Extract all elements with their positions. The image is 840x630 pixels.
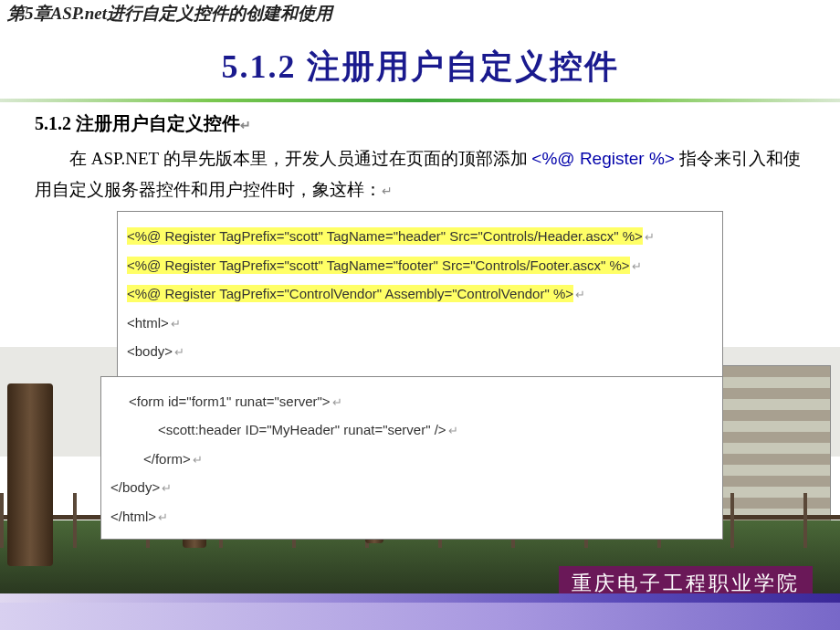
chapter-title: 第5章ASP.net进行自定义控件的创建和使用 (0, 0, 840, 28)
footer-gradient (0, 593, 840, 603)
footer-band (0, 603, 840, 630)
code-text: </form> (143, 451, 191, 467)
line-break-icon: ↵ (158, 510, 168, 524)
code-line: </form>↵ (110, 447, 713, 471)
highlighted-code: <%@ Register TagPrefix="scott" TagName="… (127, 227, 643, 245)
code-text: </body> (110, 479, 160, 495)
footer-bar (0, 593, 840, 630)
paragraph-mark-icon: ↵ (382, 184, 393, 198)
line-break-icon: ↵ (575, 288, 585, 301)
code-line: <%@ Register TagPrefix="scott" TagName="… (127, 225, 713, 248)
highlighted-code: <%@ Register TagPrefix="scott" TagName="… (127, 257, 630, 274)
highlighted-code: <%@ Register TagPrefix="ControlVendor" A… (127, 285, 573, 302)
line-break-icon: ↵ (193, 453, 203, 467)
paragraph-text-pre: 在 ASP.NET 的早先版本里，开发人员通过在页面的顶部添加 (69, 149, 531, 168)
line-break-icon: ↵ (174, 345, 184, 359)
code-block-bottom: <form id="form1" runat="server">↵ <scott… (100, 376, 723, 541)
code-line: </body>↵ (110, 476, 713, 499)
line-break-icon: ↵ (645, 230, 655, 244)
intro-paragraph: 在 ASP.NET 的早先版本里，开发人员通过在页面的顶部添加 <%@ Regi… (35, 143, 805, 205)
content-body: 5.1.2 注册用户自定义控件↵ 在 ASP.NET 的早先版本里，开发人员通过… (0, 111, 840, 540)
code-text: <html> (127, 315, 169, 331)
line-break-icon: ↵ (171, 317, 181, 331)
register-directive: <%@ Register %> (531, 149, 675, 168)
code-line: <%@ Register TagPrefix="scott" TagName="… (127, 254, 713, 278)
code-text: <body> (127, 343, 173, 359)
code-line: </html>↵ (110, 505, 713, 529)
subsection-title-text: 5.1.2 注册用户自定义控件 (35, 113, 240, 133)
code-line: <%@ Register TagPrefix="ControlVendor" A… (127, 282, 713, 306)
subsection-title: 5.1.2 注册用户自定义控件↵ (35, 111, 805, 136)
section-header: 5.1.2 注册用户自定义控件 (0, 28, 840, 99)
code-text: <form id="form1" runat="server"> (129, 394, 331, 409)
line-break-icon: ↵ (332, 395, 342, 409)
code-text: <scott:header ID="MyHeader" runat="serve… (158, 422, 446, 437)
code-line: <html>↵ (127, 311, 713, 335)
code-block-top: <%@ Register TagPrefix="scott" TagName="… (117, 211, 723, 377)
code-line: <body>↵ (127, 340, 713, 363)
code-line: <form id="form1" runat="server">↵ (110, 390, 713, 414)
paragraph-mark-icon: ↵ (240, 119, 251, 132)
line-break-icon: ↵ (162, 481, 172, 495)
code-line: <scott:header ID="MyHeader" runat="serve… (110, 418, 713, 442)
header-underline (0, 99, 840, 102)
code-text: </html> (110, 509, 156, 524)
line-break-icon: ↵ (448, 424, 458, 437)
line-break-icon: ↵ (632, 259, 642, 273)
